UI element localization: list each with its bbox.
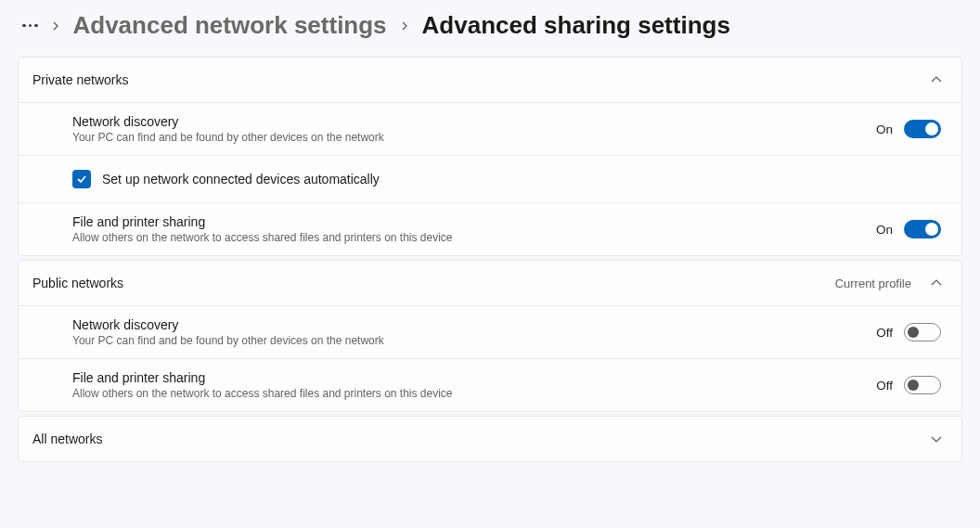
breadcrumb: Advanced network settings Advanced shari… [0,0,980,57]
row-desc: Allow others on the network to access sh… [72,231,876,244]
section-header-all[interactable]: All networks [19,417,961,461]
chevron-right-icon [51,19,60,33]
row-public-network-discovery: Network discovery Your PC can find and b… [19,305,961,358]
section-public-networks: Public networks Current profile Network … [18,260,962,412]
toggle-public-file-sharing[interactable] [904,376,941,394]
chevron-up-icon [930,73,943,86]
row-private-network-discovery: Network discovery Your PC can find and b… [19,102,961,155]
row-desc: Your PC can find and be found by other d… [72,131,876,144]
chevron-right-icon [400,19,409,33]
toggle-state-label: On [876,122,893,136]
row-private-file-sharing: File and printer sharing Allow others on… [19,202,961,255]
toggle-private-network-discovery[interactable] [904,120,941,138]
checkbox-auto-setup[interactable] [72,170,91,188]
chevron-down-icon [930,432,943,445]
page-title: Advanced sharing settings [422,11,730,40]
section-title: Public networks [32,276,835,290]
row-title: Network discovery [72,317,876,332]
section-private-networks: Private networks Network discovery Your … [18,57,962,256]
toggle-public-network-discovery[interactable] [904,323,941,341]
row-desc: Allow others on the network to access sh… [72,387,876,400]
row-title: File and printer sharing [72,214,876,229]
breadcrumb-ellipsis-button[interactable] [22,24,38,28]
section-title: All networks [32,431,930,446]
section-all-networks: All networks [18,416,962,462]
chevron-up-icon [930,277,943,290]
toggle-state-label: Off [876,326,893,340]
toggle-state-label: Off [876,379,893,393]
breadcrumb-parent-link[interactable]: Advanced network settings [73,11,387,40]
row-title: Network discovery [72,114,876,129]
row-title: File and printer sharing [72,370,876,385]
section-title: Private networks [32,72,930,87]
section-tag-current-profile: Current profile [835,277,911,290]
section-header-public[interactable]: Public networks Current profile [19,261,961,305]
row-private-auto-setup: Set up network connected devices automat… [19,155,961,202]
toggle-state-label: On [876,223,893,237]
row-desc: Your PC can find and be found by other d… [72,334,876,347]
row-public-file-sharing: File and printer sharing Allow others on… [19,358,961,411]
checkbox-label: Set up network connected devices automat… [102,172,380,187]
section-header-private[interactable]: Private networks [19,58,961,102]
toggle-private-file-sharing[interactable] [904,220,941,238]
